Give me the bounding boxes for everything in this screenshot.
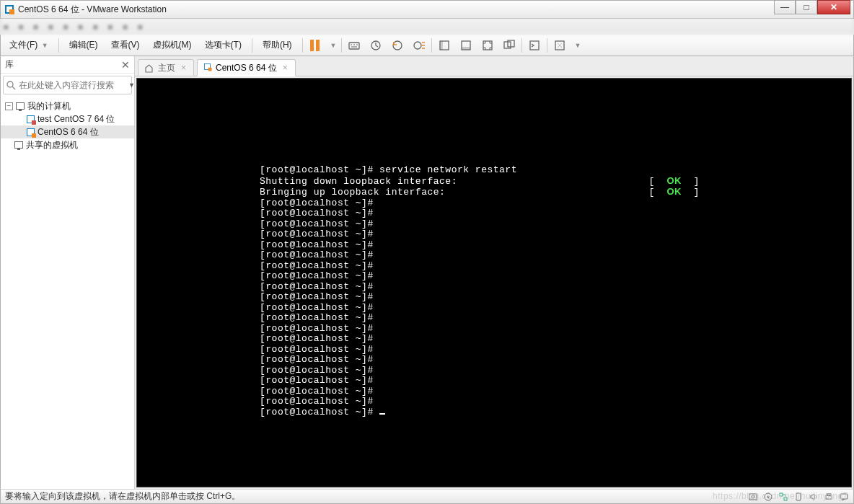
tree-item-label: CentOS 6 64 位: [38, 126, 99, 138]
menu-file[interactable]: 文件(F) ▼: [4, 37, 54, 53]
svg-rect-12: [440, 41, 443, 50]
status-printer-icon[interactable]: [823, 491, 834, 502]
console-icon: [528, 39, 541, 52]
tab-vm-label: CentOS 6 64 位: [214, 62, 278, 74]
search-input[interactable]: [19, 80, 127, 90]
pause-dropdown-icon[interactable]: ▼: [330, 42, 337, 49]
clock-list-icon: [413, 39, 426, 52]
svg-point-6: [393, 41, 402, 50]
menubar: 文件(F) ▼ 编辑(E) 查看(V) 虚拟机(M) 选项卡(T) 帮助(H) …: [0, 35, 854, 56]
vm-icon: [25, 114, 35, 124]
maximize-button[interactable]: □: [796, 0, 817, 14]
vm-icon: [203, 63, 211, 73]
tab-close-icon[interactable]: ×: [281, 63, 289, 73]
svg-point-20: [7, 81, 13, 87]
sidebar-close-icon[interactable]: ✕: [121, 59, 130, 71]
svg-rect-31: [840, 494, 848, 499]
keyboard-icon: [348, 39, 361, 52]
tab-strip: 主页 × CentOS 6 64 位 ×: [135, 56, 853, 76]
tree-item-centos6[interactable]: CentOS 6 64 位: [1, 125, 134, 138]
fullscreen-icon: [481, 39, 494, 52]
svg-rect-26: [780, 493, 783, 496]
menu-tabs[interactable]: 选项卡(T): [199, 37, 247, 53]
svg-rect-0: [349, 43, 359, 49]
tab-home-label: 主页: [157, 62, 177, 74]
menu-edit[interactable]: 编辑(E): [63, 37, 104, 53]
sidebar-title: 库: [5, 58, 14, 71]
tab-home[interactable]: 主页 ×: [138, 59, 194, 76]
status-disk-icon[interactable]: [747, 491, 758, 502]
single-pane-icon: [438, 39, 451, 52]
tree-item-test-centos7[interactable]: test CentOS 7 64 位: [1, 112, 134, 125]
vm-icon: [25, 127, 35, 137]
snapshot-button[interactable]: [368, 37, 384, 53]
bottom-pane-icon: [459, 39, 472, 52]
search-icon: [6, 81, 16, 90]
sidebar-header: 库 ✕: [1, 56, 134, 74]
tab-centos6[interactable]: CentOS 6 64 位 ×: [197, 59, 296, 76]
monitor-icon: [14, 140, 24, 150]
svg-point-23: [752, 495, 754, 498]
tab-close-icon[interactable]: ×: [180, 63, 188, 73]
main-pane: 主页 × CentOS 6 64 位 × [root@localhost ~]#…: [135, 56, 853, 489]
stretch-dropdown-icon[interactable]: ▼: [575, 42, 581, 49]
home-icon: [144, 63, 154, 73]
svg-rect-27: [784, 498, 787, 500]
clock-icon: [369, 39, 382, 52]
library-sidebar: 库 ✕ ▼ − 我的计算机 test CentOS 7 64 位 CentOS …: [1, 56, 135, 489]
tree-root-my-computer[interactable]: − 我的计算机: [1, 100, 134, 112]
svg-point-7: [414, 42, 421, 49]
status-text: 要将输入定向到该虚拟机，请在虚拟机内部单击或按 Ctrl+G。: [5, 490, 240, 503]
send-ctrl-alt-del-button[interactable]: [346, 37, 362, 53]
window-title: CentOS 6 64 位 - VMware Workstation: [18, 4, 774, 16]
clock-back-icon: [391, 39, 404, 52]
status-message-icon[interactable]: [838, 491, 849, 502]
status-icons: [747, 491, 849, 502]
background-blur: ■■■■■■■■■■: [0, 19, 854, 35]
tree-shared-vm[interactable]: 共享的虚拟机: [1, 138, 134, 151]
svg-rect-14: [462, 47, 470, 50]
pause-button[interactable]: [307, 37, 323, 53]
svg-rect-15: [483, 41, 492, 50]
unity-icon: [503, 39, 516, 52]
revert-snapshot-button[interactable]: [389, 37, 405, 53]
svg-rect-22: [749, 494, 757, 500]
tree-toggle-icon[interactable]: −: [5, 102, 13, 110]
minimize-button[interactable]: ―: [774, 0, 796, 14]
view-console-button[interactable]: [458, 37, 474, 53]
menu-vm[interactable]: 虚拟机(M): [147, 37, 198, 53]
statusbar: 要将输入定向到该虚拟机，请在虚拟机内部单击或按 Ctrl+G。: [0, 489, 854, 504]
expand-icon: [553, 39, 566, 52]
enter-fullscreen-button[interactable]: [527, 37, 542, 53]
svg-rect-29: [826, 495, 832, 499]
view-fullscreen-button[interactable]: [480, 37, 496, 53]
view-unity-button[interactable]: [501, 37, 517, 53]
library-tree: − 我的计算机 test CentOS 7 64 位 CentOS 6 64 位…: [1, 97, 134, 489]
snapshot-manager-button[interactable]: [411, 37, 427, 53]
monitor-icon: [15, 101, 25, 111]
view-single-button[interactable]: [436, 37, 452, 53]
work-area: 库 ✕ ▼ − 我的计算机 test CentOS 7 64 位 CentOS …: [0, 56, 854, 489]
svg-point-25: [767, 495, 769, 498]
status-usb-icon[interactable]: [793, 491, 804, 502]
menu-help[interactable]: 帮助(H): [257, 37, 298, 53]
svg-rect-30: [827, 494, 831, 495]
tree-item-label: test CentOS 7 64 位: [38, 113, 115, 125]
svg-rect-28: [796, 493, 801, 500]
svg-line-21: [12, 87, 15, 89]
close-button[interactable]: ✕: [817, 0, 850, 14]
window-titlebar: CentOS 6 64 位 - VMware Workstation ― □ ✕: [0, 0, 854, 19]
stretch-button[interactable]: [552, 37, 568, 53]
tree-root-label: 我的计算机: [27, 100, 71, 112]
app-icon: [4, 4, 15, 15]
status-network-icon[interactable]: [778, 491, 788, 502]
vm-console[interactable]: [root@localhost ~]# service network rest…: [136, 78, 852, 487]
status-sound-icon[interactable]: [808, 491, 819, 502]
tree-shared-label: 共享的虚拟机: [26, 139, 78, 151]
status-cd-icon[interactable]: [762, 491, 773, 502]
sidebar-search[interactable]: ▼: [3, 76, 132, 94]
menu-view[interactable]: 查看(V): [105, 37, 146, 53]
